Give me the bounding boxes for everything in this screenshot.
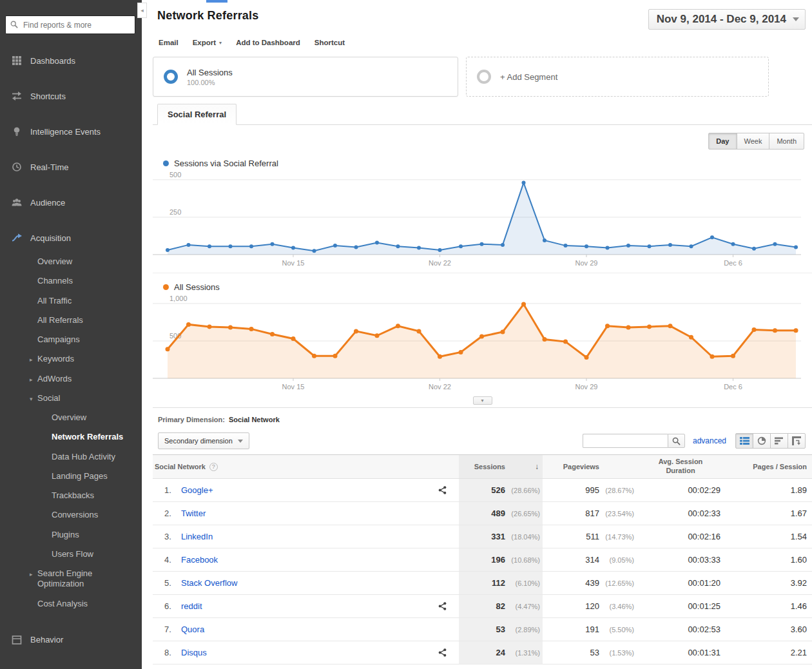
secondary-dimension-button[interactable]: Secondary dimension <box>158 432 249 449</box>
add-segment-donut-icon <box>477 70 491 84</box>
table-view-toggle-group <box>735 433 806 449</box>
column-header-pages-per-session[interactable]: Pages / Session <box>724 455 812 478</box>
sessions-percent: (6.10%) <box>505 579 543 587</box>
collapse-graph-handle[interactable]: ▾ <box>473 396 492 405</box>
network-link[interactable]: Google+ <box>181 485 213 495</box>
performance-view-button[interactable] <box>770 433 788 449</box>
sidebar-item-label: Conversions <box>52 510 98 519</box>
sidebar-item-campaigns[interactable]: Campaigns <box>0 330 142 349</box>
sidebar-item-cost-analysis[interactable]: Cost Analysis <box>0 594 142 614</box>
pageviews-value: 120 <box>543 601 599 611</box>
sidebar-item-all-referrals[interactable]: All Referrals <box>0 311 142 330</box>
help-icon[interactable]: ? <box>209 463 218 471</box>
column-header-social-network[interactable]: Social Network ? <box>153 455 459 478</box>
sidebar-item-social[interactable]: ▾Social <box>0 389 142 408</box>
sidebar-item-acquisition[interactable]: Acquisition <box>0 229 142 247</box>
sidebar-item-all-traffic[interactable]: All Traffic <box>0 291 142 311</box>
network-link[interactable]: Disqus <box>181 648 207 657</box>
sidebar-item-plugins[interactable]: Plugins <box>0 525 142 545</box>
column-header-pageviews[interactable]: Pageviews <box>543 455 637 478</box>
pages-per-session-value: 1.60 <box>791 555 807 565</box>
sidebar-item-conversions[interactable]: Conversions <box>0 505 142 525</box>
day-label: Day <box>716 137 729 145</box>
svg-text:500: 500 <box>169 171 181 179</box>
sidebar-item-acquisition-overview[interactable]: Overview <box>0 252 142 271</box>
sidebar-item-network-referrals[interactable]: Network Referrals <box>0 427 142 447</box>
search-input[interactable] <box>5 15 135 34</box>
sidebar-gap: ◂ <box>142 0 153 669</box>
table-search-input[interactable] <box>583 434 668 448</box>
sidebar-item-label: Shortcuts <box>30 92 66 101</box>
row-rank: 6. <box>164 601 177 611</box>
svg-text:Nov 15: Nov 15 <box>282 259 305 267</box>
network-link[interactable]: reddit <box>181 601 202 611</box>
acquisition-icon <box>12 233 22 243</box>
sidebar-item-label: Plugins <box>52 530 79 539</box>
network-link[interactable]: Twitter <box>181 509 206 518</box>
sort-descending-icon[interactable]: ↓ <box>505 462 543 471</box>
sidebar-item-audience[interactable]: Audience <box>0 193 142 211</box>
advanced-search-link[interactable]: advanced <box>693 436 726 445</box>
avg-duration-value: 00:02:29 <box>688 485 720 495</box>
sidebar-item-shortcuts[interactable]: Shortcuts <box>0 87 142 105</box>
segment-donut-icon <box>164 70 178 84</box>
primary-dimension-social-network[interactable]: Social Network <box>229 416 280 423</box>
data-table-view-button[interactable] <box>735 433 753 449</box>
sessions-percent: (28.66%) <box>505 487 543 494</box>
percentage-view-button[interactable] <box>753 433 771 449</box>
table-search-button[interactable] <box>668 434 685 448</box>
chevron-down-icon <box>793 17 799 21</box>
pivot-view-button[interactable] <box>788 433 806 449</box>
sidebar-item-real-time[interactable]: Real-Time <box>0 158 142 176</box>
bar-chart-icon <box>775 436 784 445</box>
sidebar-item-users-flow[interactable]: Users Flow <box>0 545 142 564</box>
sidebar-item-channels[interactable]: Channels <box>0 271 142 291</box>
shortcut-button[interactable]: Shortcut <box>314 39 345 46</box>
report-tabs: Social Referral <box>153 97 812 125</box>
sidebar-item-intelligence-events[interactable]: Intelligence Events <box>0 122 142 141</box>
column-header-sessions[interactable]: Sessions ↓ <box>459 455 543 478</box>
network-link[interactable]: Facebook <box>181 555 218 565</box>
column-header-avg-session-duration[interactable]: Avg. Session Duration <box>637 455 724 478</box>
date-range-selector[interactable]: Nov 9, 2014 - Dec 9, 2014 <box>648 9 806 30</box>
export-button[interactable]: Export▾ <box>193 39 222 46</box>
chevron-down-icon: ▾ <box>481 398 483 403</box>
report-action-bar: Email Export▾ Add to Dashboard Shortcut <box>153 30 812 53</box>
sidebar-item-trackbacks[interactable]: Trackbacks <box>0 486 142 505</box>
chevron-right-icon: ▸ <box>30 571 37 578</box>
sidebar-item-landing-pages[interactable]: Landing Pages <box>0 467 142 486</box>
sidebar-search <box>5 15 135 34</box>
network-link[interactable]: Stack Overflow <box>181 578 237 588</box>
pages-per-session-value: 1.89 <box>791 485 807 495</box>
add-segment-button[interactable]: + Add Segment <box>466 57 769 97</box>
add-to-dashboard-button[interactable]: Add to Dashboard <box>236 39 300 46</box>
sidebar-item-social-overview[interactable]: Overview <box>0 408 142 427</box>
sidebar-item-data-hub-activity[interactable]: Data Hub Activity <box>0 447 142 467</box>
social-network-table: Social Network ? Sessions ↓ Pageviews Av… <box>153 454 812 664</box>
month-button[interactable]: Month <box>769 133 804 150</box>
sidebar-item-label: Real-Time <box>30 162 68 172</box>
network-link[interactable]: LinkedIn <box>181 532 213 541</box>
collapse-sidebar-button[interactable]: ◂ <box>137 3 147 18</box>
email-button[interactable]: Email <box>159 39 179 46</box>
sidebar-item-dashboards[interactable]: Dashboards <box>0 52 142 70</box>
network-link[interactable]: Quora <box>181 625 204 634</box>
pageviews-percent: (28.67%) <box>599 487 637 494</box>
primary-dimension-bar: Primary Dimension: Social Network <box>153 408 812 430</box>
sessions-percent: (2.89%) <box>505 626 543 634</box>
search-icon <box>672 437 681 445</box>
sidebar-item-keywords[interactable]: ▸Keywords <box>0 349 142 369</box>
week-button[interactable]: Week <box>737 133 770 150</box>
svg-text:Nov 22: Nov 22 <box>429 259 451 267</box>
segment-label: All Sessions <box>187 68 233 77</box>
avg-duration-value: 00:03:33 <box>688 555 720 565</box>
pageviews-percent: (23.54%) <box>599 510 637 518</box>
svg-text:Nov 29: Nov 29 <box>575 259 598 267</box>
sidebar-item-search-engine-optimization[interactable]: ▸Search Engine Optimization <box>0 564 122 594</box>
segment-all-sessions[interactable]: All Sessions 100.00% <box>153 57 458 97</box>
sidebar-item-adwords[interactable]: ▸AdWords <box>0 369 142 389</box>
day-button[interactable]: Day <box>708 133 737 150</box>
chevron-down-icon: ▾ <box>30 396 37 403</box>
tab-social-referral[interactable]: Social Referral <box>157 104 237 125</box>
sidebar-item-behavior[interactable]: Behavior <box>0 631 142 649</box>
